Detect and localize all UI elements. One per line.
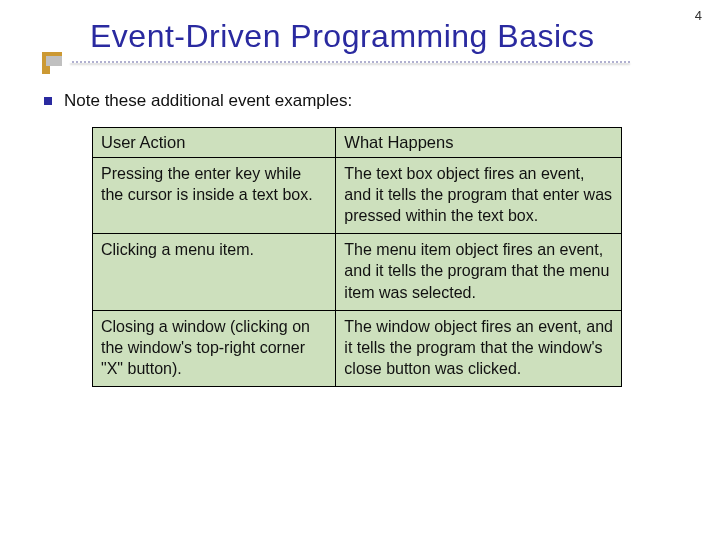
table-row: Clicking a menu item. The menu item obje… — [93, 234, 622, 310]
table-row: Pressing the enter key while the cursor … — [93, 158, 622, 234]
header-what-happens: What Happens — [336, 128, 622, 158]
cell-what-happens: The text box object fires an event, and … — [336, 158, 622, 234]
title-accent-icon — [42, 52, 62, 66]
body-content: Note these additional event examples: Us… — [44, 91, 664, 387]
cell-what-happens: The window object fires an event, and it… — [336, 310, 622, 386]
page-title: Event-Driven Programming Basics — [42, 18, 642, 55]
events-table: User Action What Happens Pressing the en… — [92, 127, 622, 387]
cell-user-action: Pressing the enter key while the cursor … — [93, 158, 336, 234]
header-user-action: User Action — [93, 128, 336, 158]
title-underline — [70, 61, 630, 63]
cell-user-action: Closing a window (clicking on the window… — [93, 310, 336, 386]
intro-text: Note these additional event examples: — [64, 91, 352, 111]
title-block: Event-Driven Programming Basics — [42, 18, 642, 63]
table-header-row: User Action What Happens — [93, 128, 622, 158]
page-number: 4 — [695, 8, 702, 23]
cell-what-happens: The menu item object fires an event, and… — [336, 234, 622, 310]
intro-line: Note these additional event examples: — [44, 91, 664, 111]
table-row: Closing a window (clicking on the window… — [93, 310, 622, 386]
square-bullet-icon — [44, 97, 52, 105]
cell-user-action: Clicking a menu item. — [93, 234, 336, 310]
